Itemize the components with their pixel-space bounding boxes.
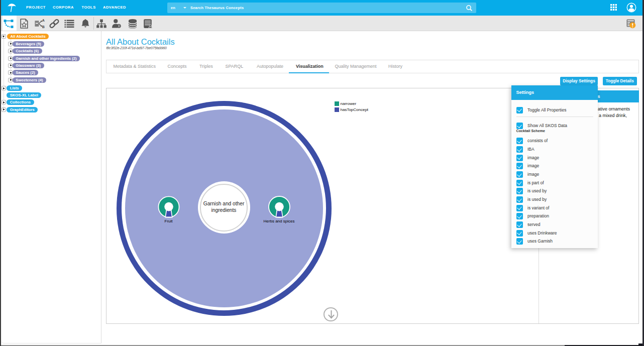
svg-text:A: A	[42, 19, 44, 22]
svg-text:B: B	[42, 25, 44, 29]
